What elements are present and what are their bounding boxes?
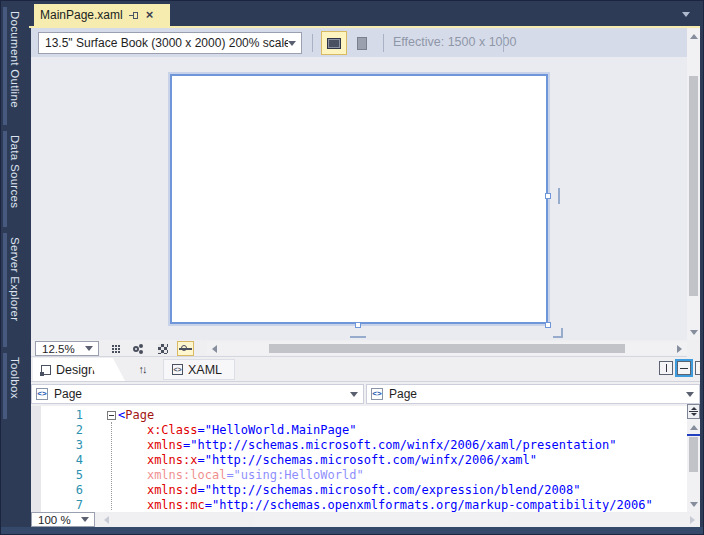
visual-studio-xaml-designer-window: Document OutlineData SourcesServer Explo… [0,0,704,535]
scrollbar-caret-marker [687,434,700,436]
document-tab-mainpage[interactable]: MainPage.xaml × [34,4,170,26]
code-line[interactable]: xmlns:mc="http://schemas.openxmlformats.… [118,498,653,513]
code-line[interactable]: xmlns:x="http://schemas.microsoft.com/wi… [118,453,653,468]
xaml-code-editor[interactable]: 1234567 <Page x:Class="HelloWorld.MainPa… [31,406,687,512]
nav-left-value: Page [48,387,350,401]
portrait-orientation-button[interactable] [349,31,375,55]
resize-handle-bottom[interactable] [355,322,361,328]
code-text[interactable]: <Page x:Class="HelloWorld.MainPage" xmln… [118,408,653,513]
close-icon[interactable]: × [146,10,154,20]
nav-right-value: Page [383,387,686,401]
designer-vertical-scrollbar[interactable] [687,29,700,340]
designer-vscroll-thumb[interactable] [689,76,698,296]
code-line[interactable]: xmlns:local="using:HelloWorld" [118,468,653,483]
toggle-snapping-button[interactable] [154,341,171,356]
line-number: 1 [57,408,83,423]
gripper-corner-icon [553,328,563,338]
document-list-chevron-icon[interactable] [682,12,690,17]
scroll-left-arrow-icon[interactable] [208,342,221,355]
xaml-view-icon: <> [172,364,183,375]
designer-horizontal-scrollbar[interactable] [207,342,687,355]
window-bottom-frame [1,527,704,535]
element-navigator-dropdown-right[interactable]: <> Page [366,384,700,404]
left-tool-tab-strip: Document OutlineData SourcesServer Explo… [1,1,29,527]
designer-hscroll-thumb[interactable] [269,344,625,353]
snap-to-grid-icon [133,346,139,352]
design-view-icon [41,365,51,375]
resize-handle-right[interactable] [545,193,551,199]
outline-guide-line [111,422,112,510]
horizontal-split-icon [680,368,688,369]
gripper-right-icon [558,188,560,204]
designer-bottom-bar: 12.5% [31,340,687,357]
sidebar-tab-server-explorer[interactable]: Server Explorer [1,233,29,347]
document-tab-strip: MainPage.xaml × [29,1,700,28]
grid-toggle-button[interactable] [107,341,124,356]
editor-horizontal-scrollbar[interactable] [99,513,700,526]
tab-xaml[interactable]: <> XAML [163,359,235,380]
sidebar-tab-document-outline[interactable]: Document Outline [1,7,29,125]
grip-line-icon [689,411,698,412]
scroll-up-arrow-icon[interactable] [687,30,700,43]
effective-resolution-label: Effective: 1500 x 1000 [393,35,516,49]
design-canvas[interactable] [31,57,687,340]
sidebar-tab-label: Server Explorer [9,237,21,321]
scroll-up-arrow-icon[interactable] [687,421,700,434]
swap-panes-icon: ↑↓ [139,363,146,375]
document-tab-title: MainPage.xaml [40,8,123,22]
grip-up-arrow-icon [691,407,697,410]
sidebar-tab-strip [3,131,7,227]
sidebar-tab-strip [3,233,7,347]
pane-tab-strip: Design ↑↓ <> XAML » [31,357,700,381]
designer-zoom-value: 12.5% [36,343,85,355]
line-number: 7 [57,498,83,513]
tab-design[interactable]: Design [33,358,105,381]
line-number: 5 [57,468,83,483]
horizontal-split-button[interactable] [677,361,691,375]
sidebar-tab-data-sources[interactable]: Data Sources [1,131,29,227]
breakpoint-margin[interactable] [31,406,41,512]
scroll-left-arrow-icon[interactable] [100,513,113,526]
portrait-icon [357,37,367,50]
code-line[interactable]: <Page [118,408,653,423]
sidebar-tab-label: Toolbox [9,357,21,399]
toolbar-separator [503,34,504,52]
toolbar-separator [312,34,313,52]
designer-zoom-dropdown[interactable]: 12.5% [35,341,99,356]
gripper-bottom-icon [350,336,366,338]
chevron-down-icon [686,392,699,397]
vertical-split-button[interactable] [659,361,673,375]
swap-panes-button[interactable]: ↑↓ [131,360,153,378]
scroll-down-arrow-icon[interactable] [687,326,700,339]
editor-vscroll-thumb[interactable] [689,437,698,472]
code-line[interactable]: x:Class="HelloWorld.MainPage" [118,423,653,438]
snap-to-grid-button[interactable] [130,341,147,356]
device-selector-value: 13.5" Surface Book (3000 x 2000) 200% sc… [39,36,288,50]
toggle-snapping-icon [158,344,168,354]
sidebar-tab-strip [3,353,7,419]
editor-zoom-dropdown[interactable]: 100 % [31,512,95,527]
editor-bottom-bar: 100 % [31,512,700,527]
sidebar-tab-label: Data Sources [9,135,21,208]
editor-zoom-value: 100 % [32,514,81,526]
collapse-region-icon[interactable] [107,411,116,420]
artboard-page[interactable] [170,74,548,324]
sidebar-tab-toolbox[interactable]: Toolbox [1,353,29,419]
scroll-right-arrow-icon[interactable] [673,342,686,355]
editor-vertical-scrollbar[interactable] [687,404,700,512]
element-navigator-dropdown-left[interactable]: <> Page [31,384,364,404]
code-line[interactable]: xmlns="http://schemas.microsoft.com/winf… [118,438,653,453]
scroll-right-arrow-icon[interactable] [686,513,699,526]
scroll-down-arrow-icon[interactable] [687,498,700,511]
grid-icon [112,345,114,347]
line-number: 2 [57,423,83,438]
line-number: 4 [57,453,83,468]
resize-handle-corner[interactable] [545,322,551,328]
editor-navigation-bar: <> Page <> Page [31,381,700,406]
split-window-grip[interactable] [687,404,700,419]
device-selector-dropdown[interactable]: 13.5" Surface Book (3000 x 2000) 200% sc… [38,32,302,54]
code-line[interactable]: xmlns:d="http://schemas.microsoft.com/ex… [118,483,653,498]
pin-icon[interactable] [129,11,140,20]
snap-to-snaplines-button[interactable] [177,341,194,356]
landscape-orientation-button[interactable] [321,31,347,55]
